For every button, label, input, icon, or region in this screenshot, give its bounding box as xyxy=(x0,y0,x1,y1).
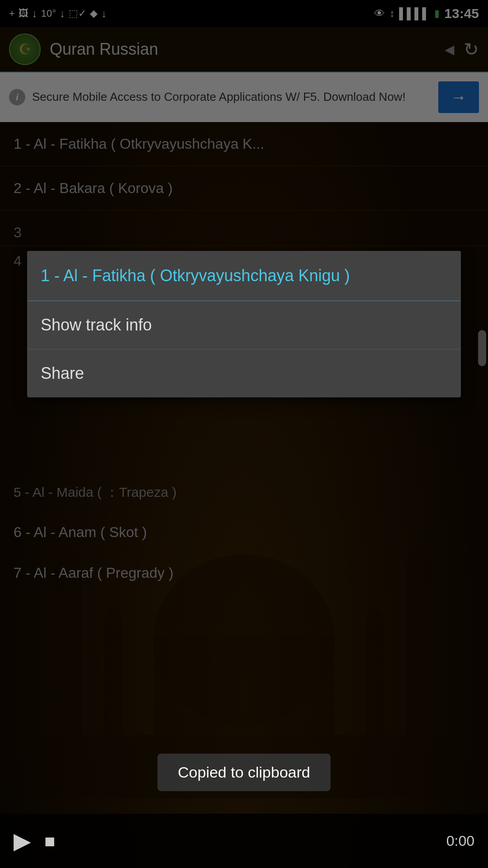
toast-notification: Copied to clipboard xyxy=(158,754,331,791)
show-track-info-label: Show track info xyxy=(41,316,152,334)
context-menu-title: 1 - Al - Fatikha ( Otkryvayushchaya Knig… xyxy=(27,251,461,301)
context-menu-overlay[interactable] xyxy=(0,0,488,868)
player-bar: ▶ ■ 0:00 xyxy=(0,814,488,868)
player-time: 0:00 xyxy=(446,833,474,849)
context-menu-share[interactable]: Share xyxy=(27,349,461,397)
context-menu: 1 - Al - Fatikha ( Otkryvayushchaya Knig… xyxy=(27,251,461,397)
stop-button[interactable]: ■ xyxy=(44,831,55,851)
toast-message: Copied to clipboard xyxy=(178,764,310,781)
share-label: Share xyxy=(41,364,84,382)
play-button[interactable]: ▶ xyxy=(14,828,31,854)
context-menu-show-track-info[interactable]: Show track info xyxy=(27,301,461,349)
